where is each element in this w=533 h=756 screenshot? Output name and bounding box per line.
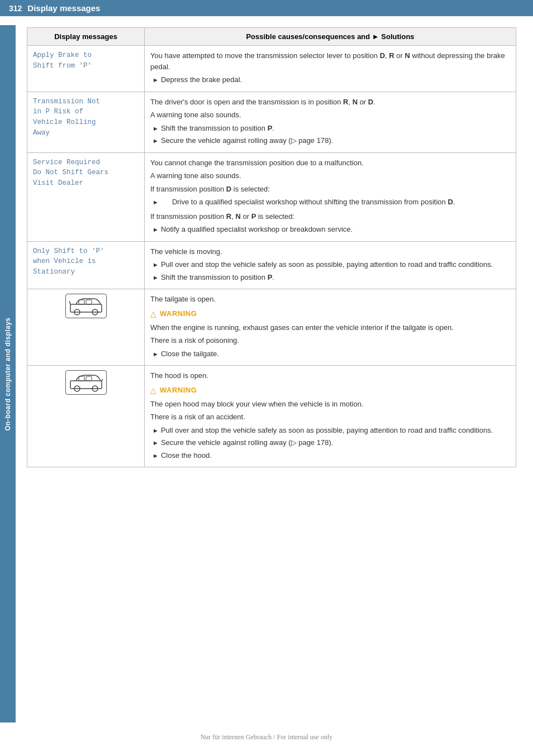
col-header-causes: Possible causes/consequences and ► Solut… (145, 28, 516, 46)
svg-rect-5 (86, 300, 92, 304)
message-cell: Service RequiredDo Not Shift GearsVisit … (27, 152, 145, 241)
cause-content: The tailgate is open.△WARNINGWhen the en… (150, 294, 510, 359)
main-content: Display messages Possible causes/consequ… (16, 16, 533, 479)
svg-rect-11 (86, 376, 92, 381)
cause-content: The driver's door is open and the transm… (150, 97, 510, 146)
page-title: Display messages (27, 3, 100, 13)
message-cell: Transmission Notin P Risk ofVehicle Roll… (27, 92, 145, 152)
cause-content: The vehicle is moving.►Pull over and sto… (150, 246, 510, 283)
causes-cell: You cannot change the transmission posit… (145, 152, 516, 241)
causes-cell: The hood is open.△WARNINGThe open hood m… (145, 366, 516, 467)
message-code: Only Shift to 'P'when Vehicle isStationa… (33, 247, 104, 276)
message-cell: Apply Brake toShift from 'P' (27, 46, 145, 92)
hood-icon (65, 370, 107, 395)
causes-cell: You have attempted to move the transmiss… (145, 46, 516, 92)
message-code: Apply Brake toShift from 'P' (33, 51, 92, 70)
col-header-message: Display messages (27, 28, 145, 46)
table-row: Apply Brake toShift from 'P'You have att… (27, 46, 516, 92)
cause-content: You cannot change the transmission posit… (150, 157, 510, 235)
svg-line-3 (69, 301, 70, 304)
table-row: Service RequiredDo Not Shift GearsVisit … (27, 152, 516, 241)
message-code: Transmission Notin P Risk ofVehicle Roll… (33, 98, 100, 137)
message-code: Service RequiredDo Not Shift GearsVisit … (33, 159, 108, 188)
page-number: 312 (9, 4, 22, 13)
svg-rect-6 (70, 381, 102, 389)
sidebar-label: On-board computer and displays (4, 317, 12, 430)
causes-cell: The vehicle is moving.►Pull over and sto… (145, 241, 516, 289)
tailgate-icon (65, 294, 107, 318)
table-header-row: Display messages Possible causes/consequ… (27, 28, 516, 46)
svg-line-9 (102, 377, 103, 381)
cause-content: You have attempted to move the transmiss… (150, 50, 510, 85)
svg-rect-4 (79, 300, 84, 304)
table-row: Only Shift to 'P'when Vehicle isStationa… (27, 241, 516, 289)
causes-cell: The driver's door is open and the transm… (145, 92, 516, 152)
content-table: Display messages Possible causes/consequ… (27, 27, 516, 467)
page-footer: Nur für internen Gebrauch / For internal… (0, 724, 533, 750)
table-row: Transmission Notin P Risk ofVehicle Roll… (27, 92, 516, 152)
table-row: The tailgate is open.△WARNINGWhen the en… (27, 289, 516, 366)
message-cell (27, 366, 145, 467)
message-cell (27, 289, 145, 366)
footer-text: Nur für internen Gebrauch / For internal… (201, 733, 333, 741)
table-row: The hood is open.△WARNINGThe open hood m… (27, 366, 516, 467)
sidebar-label-container: On-board computer and displays (0, 25, 16, 722)
page-header: 312 Display messages (0, 0, 533, 16)
cause-content: The hood is open.△WARNINGThe open hood m… (150, 370, 510, 461)
causes-cell: The tailgate is open.△WARNINGWhen the en… (145, 289, 516, 366)
message-cell: Only Shift to 'P'when Vehicle isStationa… (27, 241, 145, 289)
svg-rect-10 (79, 376, 84, 381)
svg-rect-0 (70, 304, 102, 312)
